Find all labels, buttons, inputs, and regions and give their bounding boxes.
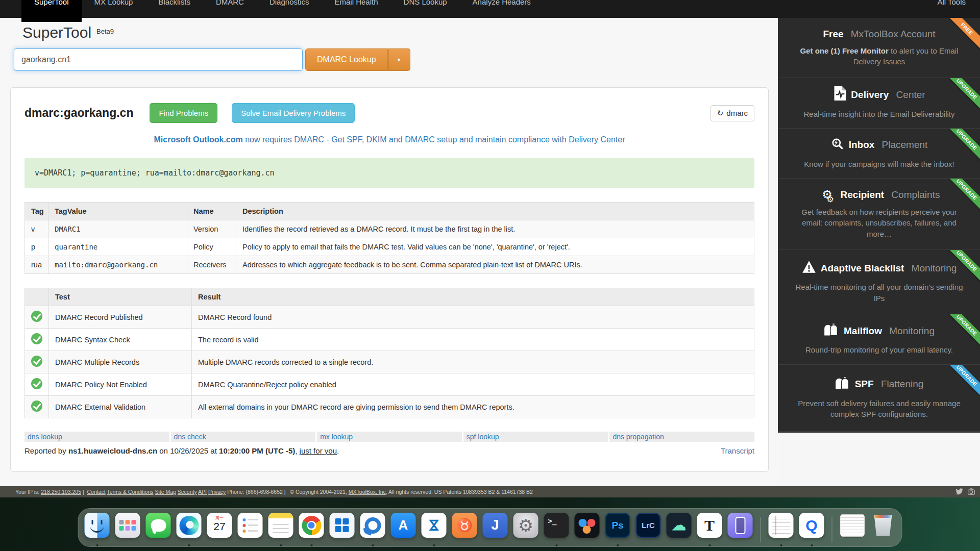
- dns-propagation-link[interactable]: dns propagation: [609, 432, 754, 442]
- dns-lookup-link[interactable]: dns lookup: [24, 432, 169, 442]
- nav-item-supertool[interactable]: SuperTool: [21, 0, 82, 22]
- thunderbird-icon[interactable]: [360, 513, 385, 538]
- typora-icon[interactable]: T: [697, 513, 722, 538]
- footer-link-218-250-103-205[interactable]: 218.250.103.205: [41, 489, 81, 495]
- dock-item-photoshop[interactable]: Ps: [605, 513, 630, 546]
- cloud-dev-app-icon[interactable]: ☁: [667, 513, 692, 538]
- dock-item-reminders[interactable]: [238, 513, 263, 546]
- dock-item-terminal[interactable]: >_: [544, 513, 569, 546]
- dock-item-calendar[interactable]: 周一27: [207, 513, 232, 546]
- sidebar-panel-spf[interactable]: SPF FlatteningPrevent soft delivery fail…: [778, 365, 980, 432]
- dock-item-launchpad[interactable]: [115, 513, 140, 546]
- photoshop-icon[interactable]: Ps: [605, 513, 630, 538]
- lookup-dropdown-button[interactable]: ▾: [388, 48, 410, 71]
- nav-item-dmarc[interactable]: DMARC: [203, 0, 257, 18]
- quicktime-icon[interactable]: Q: [799, 513, 824, 538]
- dock-item-windows-app[interactable]: [330, 513, 355, 546]
- nav-item-label: Analyze Headers: [473, 0, 531, 6]
- terminal-icon[interactable]: >_: [544, 513, 569, 538]
- sidebar-panel-free[interactable]: Free MxToolBox AccountGet one (1) Free M…: [778, 18, 980, 78]
- finder-icon[interactable]: [85, 513, 110, 538]
- dock-item-textedit[interactable]: [769, 513, 794, 546]
- footer-link-mxtoolbox-inc[interactable]: MXToolBox, Inc: [349, 489, 386, 495]
- dock-item-chrome[interactable]: [299, 513, 324, 546]
- dock-item-j-app[interactable]: J: [483, 513, 508, 546]
- tag-cell: Addresses to which aggregate feedback is…: [236, 256, 754, 274]
- domain-search-input[interactable]: [14, 48, 303, 71]
- sidebar-panel-adaptive-blacklist[interactable]: Adaptive Blacklist MonitoringReal-time m…: [778, 250, 980, 314]
- running-indicator-dot: [708, 544, 710, 546]
- footer-link-security[interactable]: Security: [178, 489, 197, 495]
- sidebar-panel-delivery[interactable]: Delivery CenterReal-time insight into th…: [778, 78, 980, 129]
- dock-item-thunderbird[interactable]: [360, 513, 385, 546]
- nav-item-diagnostics[interactable]: Diagnostics: [257, 0, 322, 18]
- trash-icon[interactable]: [871, 513, 896, 538]
- nav-item-mx-lookup[interactable]: MX Lookup: [82, 0, 146, 18]
- dock-item-vscode[interactable]: ⋈: [422, 513, 447, 546]
- chrome-icon[interactable]: [299, 513, 324, 538]
- tag-cell: Receivers: [187, 256, 236, 274]
- footer-link-terms-conditions[interactable]: Terms & Conditions: [107, 489, 153, 495]
- nav-item-email-health[interactable]: Email Health: [322, 0, 391, 18]
- mx-lookup-link[interactable]: mx lookup: [317, 432, 462, 442]
- calendar-icon[interactable]: 周一27: [207, 513, 232, 538]
- bull-trading-app-icon[interactable]: ♉: [452, 513, 477, 538]
- dock-item-cloud-dev-app[interactable]: ☁: [667, 513, 692, 546]
- launchpad-icon[interactable]: [115, 513, 140, 538]
- sidebar-panel-mailflow[interactable]: Mailflow MonitoringRound-trip monitoring…: [778, 314, 980, 365]
- spf-lookup-link[interactable]: spf lookup: [463, 432, 608, 442]
- j-app-icon[interactable]: J: [483, 513, 508, 538]
- dock-item-lightroom-classic[interactable]: LrC: [636, 513, 661, 546]
- dock-item-minimized-window[interactable]: [840, 513, 865, 546]
- camera-icon[interactable]: [968, 488, 975, 495]
- nav-item-analyze-headers[interactable]: Analyze Headers: [460, 0, 544, 18]
- dock-item-trash[interactable]: [871, 513, 896, 546]
- system-settings-icon[interactable]: ⚙: [513, 513, 538, 538]
- dock-item-bull-trading-app[interactable]: ♉: [452, 513, 477, 546]
- dock-item-typora[interactable]: T: [697, 513, 722, 546]
- textedit-icon[interactable]: [769, 513, 794, 538]
- app-store-icon[interactable]: A: [391, 513, 416, 538]
- vscode-icon[interactable]: ⋈: [422, 513, 447, 538]
- dock-item-davinci-resolve[interactable]: [575, 513, 600, 546]
- nav-item-all-tools[interactable]: All Tools: [937, 0, 966, 6]
- edge-icon[interactable]: [177, 513, 202, 538]
- dock-item-iphone-mirroring[interactable]: [728, 513, 753, 546]
- solve-email-delivery-button[interactable]: Solve Email Delivery Problems: [232, 103, 355, 123]
- dns-check-link[interactable]: dns check: [171, 432, 316, 442]
- dock-item-quicktime[interactable]: Q: [799, 513, 824, 546]
- windows-app-icon[interactable]: [330, 513, 355, 538]
- dock-item-system-settings[interactable]: ⚙: [513, 513, 538, 546]
- running-indicator-dot: [372, 544, 374, 546]
- dock-item-notes[interactable]: [268, 513, 293, 546]
- footer-link-privacy[interactable]: Privacy: [208, 489, 226, 495]
- iphone-mirroring-icon[interactable]: [728, 513, 753, 538]
- footer-link-api[interactable]: API: [198, 489, 207, 495]
- minimized-window-icon[interactable]: [840, 513, 865, 538]
- footer-link-site-map[interactable]: Site Map: [155, 489, 176, 495]
- dock-item-finder[interactable]: [85, 513, 110, 546]
- banner-bold-link[interactable]: Microsoft Outlook.com: [154, 135, 243, 144]
- nav-item-blacklists[interactable]: Blacklists: [145, 0, 203, 18]
- nav-item-dns-lookup[interactable]: DNS Lookup: [391, 0, 460, 18]
- notes-icon[interactable]: [268, 513, 293, 538]
- davinci-resolve-icon[interactable]: [575, 513, 600, 538]
- just-for-you-link[interactable]: just for you: [300, 446, 337, 455]
- dock-item-edge[interactable]: [177, 513, 202, 546]
- twitter-icon[interactable]: [955, 488, 963, 495]
- footer-link-contact[interactable]: Contact: [87, 489, 106, 495]
- dock-item-messages[interactable]: [146, 513, 171, 546]
- outlook-dmarc-banner[interactable]: Microsoft Outlook.com now requires DMARC…: [24, 135, 754, 144]
- dmarc-lookup-button[interactable]: DMARC Lookup: [305, 48, 388, 71]
- find-problems-button[interactable]: Find Problems: [150, 103, 217, 123]
- messages-icon[interactable]: [146, 513, 171, 538]
- sidebar-panel-recipient[interactable]: ⚙⚙Recipient ComplaintsGet feedback on ho…: [778, 179, 980, 250]
- dock-item-app-store[interactable]: A: [391, 513, 416, 546]
- dmarc-lookup-label: DMARC Lookup: [317, 55, 376, 64]
- transcript-link[interactable]: Transcript: [721, 446, 754, 455]
- reminders-icon[interactable]: [238, 513, 263, 538]
- refresh-dmarc-button[interactable]: ↻ dmarc: [710, 105, 754, 121]
- reported-period: .: [337, 446, 339, 455]
- sidebar-panel-inbox[interactable]: Inbox PlacementKnow if your campaigns wi…: [778, 129, 980, 179]
- lightroom-classic-icon[interactable]: LrC: [636, 513, 661, 538]
